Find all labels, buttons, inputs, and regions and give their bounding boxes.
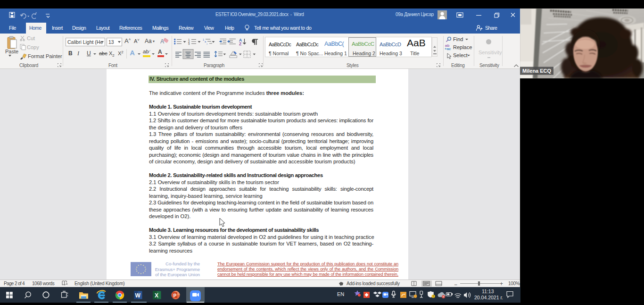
svg-text:P: P (173, 293, 177, 298)
svg-text:Milena ECQ: Milena ECQ (522, 68, 552, 74)
svg-text:Z: Z (239, 42, 241, 46)
svg-text:3: 3 (188, 42, 190, 45)
svg-text:1: 1 (203, 38, 204, 41)
svg-text:A: A (160, 38, 164, 45)
svg-text:X: X (155, 292, 158, 299)
svg-text:i: i (207, 42, 207, 45)
svg-text:W: W (135, 292, 141, 299)
svg-text:!: ! (433, 295, 434, 298)
svg-text:a: a (205, 40, 206, 43)
